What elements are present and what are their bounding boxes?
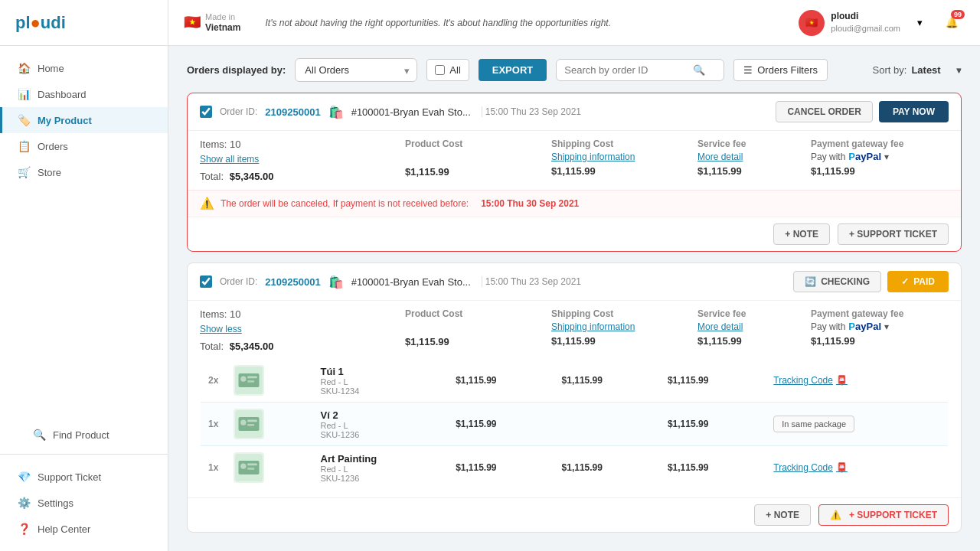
note-button-1[interactable]: + NOTE [773, 223, 830, 245]
paypal-logo-1: PayPal [848, 151, 881, 162]
header-actions-2: 🔄 CHECKING ✓ PAID [793, 271, 949, 292]
product-img-2 [226, 403, 312, 446]
notification-button[interactable]: 🔔 99 [939, 10, 965, 36]
dashboard-icon: 📊 [18, 88, 30, 100]
orders-filters-button[interactable]: ☰ Orders Filters [733, 59, 828, 81]
shipping-cost-label-1: Shipping Cost [551, 139, 691, 149]
sort-select-wrap[interactable]: Latest Oldest ▾ [911, 64, 962, 76]
product-cost-label-2: Product Cost [405, 308, 545, 319]
product-qty-2: 1x [201, 403, 227, 446]
product-shipping-1: $1,115.99 [554, 359, 660, 403]
pay-now-button[interactable]: PAY NOW [879, 101, 949, 122]
home-icon: 🏠 [18, 62, 30, 74]
sidebar-item-label: Orders [38, 141, 68, 152]
sidebar-item-label: Help Center [38, 523, 90, 535]
order-header-1: Order ID: 2109250001 🛍️ #100001-Bryan Ev… [188, 93, 961, 131]
shopify-icon-1: 🛍️ [328, 105, 344, 119]
service-fee-col-2: Service fee More detail $1,115.99 [697, 308, 805, 347]
search-input[interactable] [564, 64, 687, 76]
product-sku-3: SKU-1236 [321, 474, 441, 483]
paid-button[interactable]: ✓ PAID [887, 271, 949, 292]
sidebar-item-home[interactable]: 🏠 Home [0, 55, 168, 81]
order-cols-1: Items: 10 Show all items Total: $5,345.0… [200, 139, 949, 182]
sidebar-item-store[interactable]: 🛒 Store [0, 159, 168, 185]
note-button-2[interactable]: + NOTE [754, 504, 811, 526]
sidebar-item-dashboard[interactable]: 📊 Dashboard [0, 81, 168, 107]
more-detail-link-1[interactable]: More detail [697, 152, 743, 162]
made-in-text: Made in Vietnam [205, 12, 240, 34]
shipping-cost-value-2: $1,115.99 [551, 335, 691, 347]
sidebar-item-settings[interactable]: ⚙️ Settings [0, 490, 168, 516]
svg-point-7 [241, 420, 247, 425]
orders-filter-select-wrap[interactable]: All Orders Pending Completed Cancelled [295, 58, 417, 82]
order-body-1: Items: 10 Show all items Total: $5,345.0… [188, 131, 961, 190]
all-label: All [449, 64, 460, 76]
table-row: 2x [201, 359, 949, 403]
avatar: 🇻🇳 [799, 10, 825, 36]
usps-icon-1: 📮 [836, 375, 848, 386]
svg-point-2 [241, 377, 247, 382]
user-area: 🇻🇳 ploudi ploudi@gmail.com ▾ 🔔 99 [799, 10, 965, 36]
product-tracking-3: Tracking Code 📮 [766, 446, 948, 490]
paypal-chevron-2: ▾ [884, 321, 889, 332]
product-variant-1: Red - L [321, 377, 441, 386]
user-name: ploudi [831, 10, 900, 23]
main-content: Orders displayed by: All Orders Pending … [168, 46, 980, 551]
support-ticket-button-1[interactable]: + SUPPORT TICKET [838, 223, 949, 245]
chevron-down-icon[interactable]: ▾ [906, 10, 933, 36]
same-package-button[interactable]: In same package [773, 416, 854, 432]
items-count-2: Items: 10 [200, 308, 399, 320]
flag-area: 🇻🇳 Made in Vietnam [184, 12, 240, 34]
table-row: 1x [201, 446, 949, 490]
sidebar-item-label: My Product [38, 115, 92, 126]
show-items-link-1[interactable]: Show all items [200, 154, 259, 165]
product-qty-1: 2x [201, 359, 227, 403]
cancel-order-button[interactable]: CANCEL ORDER [776, 101, 872, 122]
usps-icon-3: 📮 [836, 462, 848, 473]
select-all-checkbox-label[interactable]: All [426, 59, 469, 81]
support-ticket-button-2[interactable]: ⚠️ + SUPPORT TICKET [818, 504, 949, 526]
product-cost-value-2: $1,115.99 [405, 336, 545, 347]
sidebar-item-myproduct[interactable]: 🏷️ My Product [0, 107, 168, 133]
orders-filter-select[interactable]: All Orders Pending Completed Cancelled [295, 58, 417, 82]
product-table: 2x [200, 358, 949, 490]
product-shipping-3: $1,115.99 [554, 446, 660, 490]
product-service-3: $1,115.99 [660, 446, 766, 490]
shipping-info-link-1[interactable]: Shipping information [551, 152, 635, 162]
select-all-checkbox[interactable] [435, 65, 445, 75]
tracking-code-link-3[interactable]: Tracking Code 📮 [773, 462, 940, 473]
order-time-2: 15:00 Thu 23 Sep 2021 [482, 276, 581, 287]
sidebar-item-helpcenter[interactable]: ❓ Help Center [0, 516, 168, 542]
filters-label: Orders Filters [757, 64, 818, 76]
tracking-code-link-1[interactable]: Tracking Code 📮 [773, 375, 940, 386]
shopify-icon-2: 🛍️ [328, 275, 344, 289]
svg-rect-3 [248, 377, 258, 379]
order-id-value-2: 2109250001 [265, 276, 320, 288]
sidebar-item-orders[interactable]: 📋 Orders [0, 133, 168, 159]
product-tracking-1: Tracking Code 📮 [766, 359, 948, 403]
order-checkbox-2[interactable] [200, 276, 212, 288]
shipping-info-link-2[interactable]: Shipping information [551, 321, 635, 332]
shipping-cost-label-2: Shipping Cost [551, 308, 691, 319]
shipping-cost-value-1: $1,115.99 [551, 165, 691, 177]
orders-icon: 📋 [18, 140, 30, 152]
product-cost-1: $1,115.99 [448, 359, 554, 403]
more-detail-link-2[interactable]: More detail [697, 321, 743, 332]
alert-message-1: ⚠️ The order will be canceled, If paymen… [188, 190, 961, 217]
order-checkbox-1[interactable] [200, 106, 212, 118]
svg-rect-9 [248, 424, 255, 426]
product-variant-2: Red - L [321, 421, 441, 430]
order-card-2: Order ID: 2109250001 🛍️ #100001-Bryan Ev… [187, 262, 962, 533]
notification-badge: 99 [951, 10, 965, 19]
show-items-link-2[interactable]: Show less [200, 324, 242, 334]
checking-button[interactable]: 🔄 CHECKING [793, 271, 881, 292]
sort-select[interactable]: Latest Oldest [911, 64, 953, 76]
store-icon: 🛒 [18, 166, 30, 178]
sidebar-item-support[interactable]: 💎 Support Ticket [0, 464, 168, 490]
payment-fee-col-2: Payment gateway fee Pay with PayPal ▾ $1… [811, 308, 949, 347]
sidebar-item-findproduct[interactable]: 🔍 Find Product [15, 422, 168, 448]
user-email: ploudi@gmail.com [831, 23, 900, 34]
export-button[interactable]: EXPORT [479, 59, 547, 81]
orders-toolbar: Orders displayed by: All Orders Pending … [187, 58, 962, 82]
order-items-col-1: Items: 10 Show all items Total: $5,345.0… [200, 139, 399, 182]
